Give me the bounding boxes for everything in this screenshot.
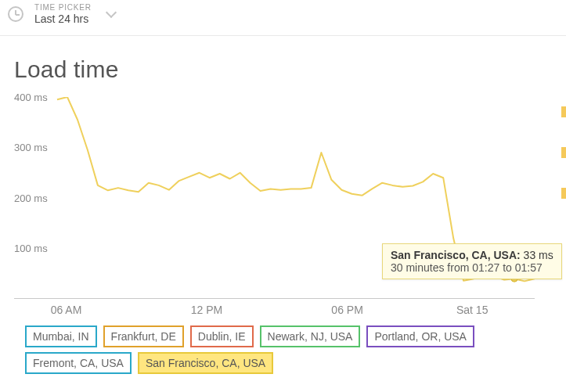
legend-item-mumbai[interactable]: Mumbai, IN — [25, 325, 97, 347]
legend-item-dublin[interactable]: Dublin, IE — [190, 325, 254, 347]
x-tick: 06 PM — [331, 304, 362, 316]
chart-plot[interactable]: 400 ms 300 ms 200 ms 100 ms 06 AM 12 PM … — [14, 97, 535, 299]
legend-item-sanfrancisco[interactable]: San Francisco, CA, USA — [138, 352, 273, 374]
legend-item-portland[interactable]: Portland, OR, USA — [366, 325, 474, 347]
chart-legend: Mumbai, IN Frankfurt, DE Dublin, IE Newa… — [25, 325, 558, 374]
legend-item-newark[interactable]: Newark, NJ, USA — [260, 325, 361, 347]
edge-marker — [561, 147, 566, 158]
tooltip-subtext: 30 minutes from 01:27 to 01:57 — [391, 261, 553, 274]
right-edge-markers — [561, 106, 566, 199]
time-picker-value: Last 24 hrs — [34, 13, 92, 26]
edge-marker — [561, 106, 566, 117]
chevron-down-icon — [106, 7, 117, 18]
x-tick: Sat 15 — [456, 304, 488, 316]
chart-area: Load time 400 ms 300 ms 200 ms 100 ms 06… — [0, 36, 566, 374]
legend-item-fremont[interactable]: Fremont, CA, USA — [25, 352, 132, 374]
time-picker-text: TIME PICKER Last 24 hrs — [34, 3, 92, 26]
chart-tooltip: San Francisco, CA, USA: 33 ms 30 minutes… — [382, 243, 562, 279]
x-tick: 06 AM — [51, 304, 82, 316]
tooltip-value: 33 ms — [524, 249, 553, 261]
edge-marker — [561, 188, 566, 199]
legend-item-frankfurt[interactable]: Frankfurt, DE — [103, 325, 184, 347]
clock-icon — [8, 6, 23, 22]
time-picker-label: TIME PICKER — [34, 3, 92, 13]
chart-title: Load time — [14, 56, 558, 83]
time-picker[interactable]: TIME PICKER Last 24 hrs — [0, 0, 566, 36]
tooltip-series: San Francisco, CA, USA: — [391, 249, 521, 261]
x-tick: 12 PM — [191, 304, 222, 316]
